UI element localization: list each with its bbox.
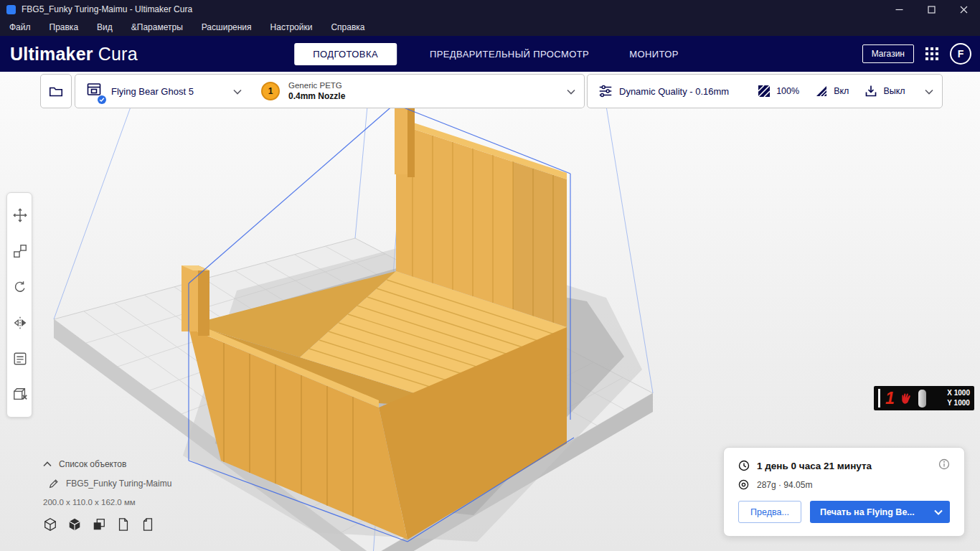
support-blocker-button[interactable] (7, 377, 33, 413)
menu-extensions[interactable]: Расширения (192, 19, 261, 35)
maximize-button[interactable] (915, 0, 948, 19)
cylinder-icon (918, 390, 926, 408)
adhesion-setting: Выкл (864, 85, 905, 98)
stage-tabs: ПОДГОТОВКА ПРЕДВАРИТЕЛЬНЫЙ ПРОСМОТР МОНИ… (294, 43, 686, 65)
per-model-settings-button[interactable] (7, 341, 33, 377)
tab-prepare[interactable]: ПОДГОТОВКА (294, 43, 397, 65)
cura-app-window: FBG5_Funky Turing-Maimu - Ultimaker Cura… (0, 0, 980, 551)
material-usage-row: 287g · 94.05m (738, 479, 950, 490)
support-value: Вкл (834, 86, 849, 96)
mirror-tool-button[interactable] (7, 305, 33, 341)
printer-name: Flying Bear Ghost 5 (111, 86, 194, 97)
rotate-icon (12, 279, 28, 295)
window-title: FBG5_Funky Turing-Maimu - Ultimaker Cura (22, 4, 192, 14)
window-controls (883, 0, 980, 19)
close-icon (960, 6, 968, 14)
object-list-label: Список объектов (59, 459, 126, 469)
object-list-item[interactable]: FBG5_Funky Turing-Maimu (49, 479, 171, 489)
profile-setting: Dynamic Quality - 0.16mm (598, 83, 729, 99)
support-blocker-icon (12, 387, 28, 402)
move-tool-button[interactable] (7, 197, 33, 233)
info-icon[interactable] (938, 458, 950, 473)
folder-icon (48, 83, 64, 99)
object-name: FBG5_Funky Turing-Maimu (66, 479, 171, 489)
printer-icon (85, 81, 103, 101)
scale-tool-button[interactable] (7, 233, 33, 269)
material-selector[interactable]: 1 Generic PETG 0.4mm Nozzle (250, 74, 585, 108)
hand-icon (900, 392, 913, 405)
group-objects-icon[interactable] (92, 517, 106, 532)
pencil-icon (49, 479, 59, 489)
adhesion-value: Выкл (883, 86, 905, 96)
object-list-toggle[interactable]: Список объектов (43, 459, 171, 469)
object-type-icons (43, 517, 171, 532)
rotate-tool-button[interactable] (7, 269, 33, 305)
minimize-button[interactable] (883, 0, 915, 19)
print-summary-card: 1 день 0 часа 21 минута 287g · 94.05m Пр… (723, 447, 965, 537)
document-icon[interactable] (116, 517, 131, 532)
clock-icon (738, 460, 750, 471)
object-list-panel: Список объектов FBG5_Funky Turing-Maimu … (43, 459, 171, 532)
support-setting: Вкл (815, 85, 849, 98)
support-icon (815, 85, 828, 98)
material-usage: 287g · 94.05m (757, 480, 812, 490)
cura-app-icon (6, 5, 16, 14)
print-time-row: 1 день 0 часа 21 минута (738, 458, 950, 473)
menu-preferences[interactable]: Настройки (261, 19, 322, 35)
scale-icon (12, 243, 28, 259)
mirror-icon (12, 315, 28, 331)
open-file-button[interactable] (40, 74, 72, 108)
cube-solid-icon[interactable] (67, 517, 82, 532)
menu-file[interactable]: Файл (0, 19, 40, 35)
marketplace-button[interactable]: Магазин (862, 44, 914, 63)
print-button-label: Печать на Flying Be... (820, 507, 915, 517)
header-right: Магазин F (862, 43, 971, 65)
decal-x-value: X 1000 (947, 388, 970, 399)
print-chevron-down-icon (934, 509, 943, 515)
printer-connected-badge (98, 95, 106, 104)
cube-wireframe-icon[interactable] (43, 517, 57, 532)
model-texture-decal: 1 X 1000 Y 1000 (874, 386, 974, 410)
cura-logo: UltimakerCura (10, 44, 138, 65)
decal-sliver (878, 389, 880, 408)
adhesion-icon (864, 85, 877, 98)
tab-monitor[interactable]: МОНИТОР (622, 43, 686, 65)
minimize-icon (895, 6, 903, 14)
tool-panel (6, 192, 32, 418)
material-info: Generic PETG 0.4mm Nozzle (288, 80, 345, 101)
menu-view[interactable]: Вид (88, 19, 122, 35)
apps-grid-icon[interactable] (925, 47, 938, 60)
extruder-1-icon: 1 (261, 82, 280, 100)
tab-preview[interactable]: ПРЕДВАРИТЕЛЬНЫЙ ПРОСМОТР (423, 43, 596, 65)
decal-y-value: Y 1000 (947, 398, 970, 409)
menubar: Файл Правка Вид &Параметры Расширения На… (0, 19, 980, 36)
document-flipped-icon[interactable] (141, 517, 155, 532)
chevron-up-icon (43, 461, 52, 467)
menu-help[interactable]: Справка (321, 19, 374, 35)
printer-chevron-down-icon (233, 85, 242, 98)
action-buttons: Предва... Печать на Flying Be... (738, 501, 950, 523)
nozzle-size: 0.4mm Nozzle (288, 91, 345, 102)
menu-edit[interactable]: Правка (40, 19, 88, 35)
per-model-settings-icon (12, 351, 28, 367)
profile-name: Dynamic Quality - 0.16mm (619, 86, 729, 97)
material-name: Generic PETG (288, 80, 345, 90)
print-button[interactable]: Печать на Flying Be... (810, 501, 950, 523)
object-dimensions: 200.0 x 110.0 x 162.0 мм (43, 498, 171, 507)
move-icon (12, 207, 28, 223)
menu-parameters[interactable]: &Параметры (122, 19, 192, 35)
titlebar: FBG5_Funky Turing-Maimu - Ultimaker Cura (0, 0, 980, 19)
decal-coordinates: X 1000 Y 1000 (947, 388, 970, 409)
print-settings-selector[interactable]: Dynamic Quality - 0.16mm 100% Вкл Выкл (587, 74, 943, 108)
logo-cura: Cura (98, 44, 138, 64)
print-time: 1 день 0 часа 21 минута (757, 461, 872, 471)
sliders-icon (598, 83, 613, 99)
close-button[interactable] (948, 0, 980, 19)
maximize-icon (928, 6, 936, 14)
account-avatar[interactable]: F (950, 43, 971, 65)
spool-icon (738, 479, 749, 490)
printer-selector[interactable]: Flying Bear Ghost 5 (75, 74, 251, 108)
preview-button[interactable]: Предва... (738, 501, 801, 523)
logo-ultimaker: Ultimaker (10, 44, 93, 64)
infill-setting: 100% (758, 85, 799, 98)
